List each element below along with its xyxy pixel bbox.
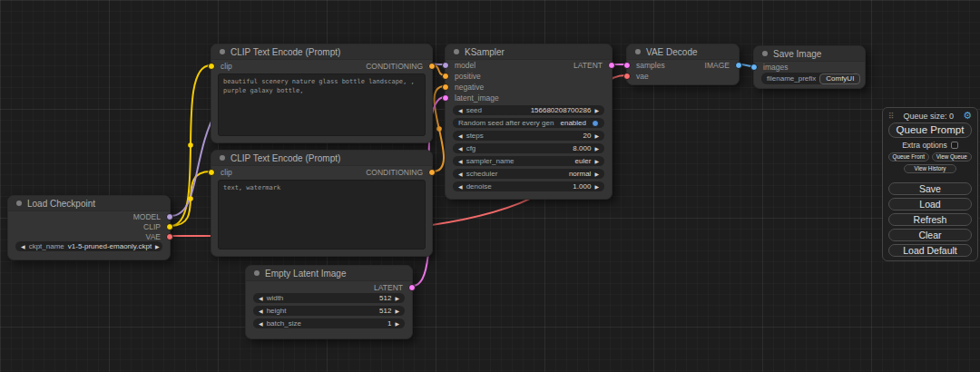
scheduler-widget[interactable]: ◀ scheduler normal ▶ [453, 169, 604, 179]
node-load-checkpoint[interactable]: Load Checkpoint MODEL CLIP VAE ◀ ckpt_na… [7, 195, 171, 260]
view-history-button[interactable]: View History [904, 164, 956, 173]
node-title-bar[interactable]: VAE Decode [627, 44, 739, 60]
toggle-on-icon[interactable] [592, 120, 599, 127]
clear-button[interactable]: Clear [888, 229, 972, 241]
queue-prompt-button[interactable]: Queue Prompt [888, 122, 972, 138]
node-title-bar[interactable]: CLIP Text Encode (Prompt) [211, 44, 432, 60]
filename-prefix-widget[interactable]: filename_prefix ComfyUI [761, 73, 858, 84]
height-widget[interactable]: ◀ height 512 ▶ [253, 306, 405, 316]
image-output-slot[interactable] [735, 62, 742, 69]
collapse-dot-icon[interactable] [16, 201, 22, 206]
collapse-dot-icon[interactable] [220, 49, 225, 54]
images-input-slot[interactable] [750, 64, 758, 71]
node-empty-latent-image[interactable]: Empty Latent Image LATENT ◀ width 512 ▶ … [245, 265, 413, 339]
collapse-dot-icon[interactable] [220, 155, 225, 161]
latent-image-input-slot[interactable] [442, 94, 449, 102]
collapse-dot-icon[interactable] [762, 51, 768, 56]
vae-input-slot[interactable] [623, 73, 631, 80]
sampler-name-widget[interactable]: ◀ sampler_name euler ▶ [453, 156, 604, 166]
widget-label: seed [466, 106, 482, 114]
model-input-slot[interactable] [442, 62, 449, 69]
clip-input-slot[interactable] [208, 169, 215, 176]
collapse-dot-icon[interactable] [254, 270, 260, 276]
node-title-bar[interactable]: Empty Latent Image [246, 266, 412, 281]
increment-arrow-icon[interactable]: ▶ [594, 146, 599, 152]
steps-widget[interactable]: ◀ steps 20 ▶ [453, 131, 604, 141]
save-button[interactable]: Save [888, 182, 972, 195]
prompt-textarea[interactable]: beautiful scenery nature glass bottle la… [218, 73, 426, 136]
decrement-arrow-icon[interactable]: ◀ [458, 171, 463, 177]
vae-input-label: vae [636, 72, 649, 81]
batch-size-widget[interactable]: ◀ batch_size 1 ▶ [253, 318, 405, 328]
node-clip-text-encode-positive[interactable]: CLIP Text Encode (Prompt) clip CONDITION… [211, 44, 433, 143]
increment-arrow-icon[interactable]: ▶ [395, 321, 399, 327]
refresh-button[interactable]: Refresh [888, 213, 972, 226]
decrement-arrow-icon[interactable]: ◀ [458, 108, 463, 113]
increment-arrow-icon[interactable]: ▶ [594, 133, 599, 139]
queue-front-button[interactable]: Queue Front [888, 152, 929, 162]
cfg-widget[interactable]: ◀ cfg 8.000 ▶ [453, 143, 604, 153]
widget-value: 1 [387, 319, 391, 328]
samples-input-slot[interactable] [623, 62, 631, 69]
model-output-slot[interactable] [166, 213, 173, 220]
extra-options-checkbox[interactable] [951, 142, 958, 149]
decrement-arrow-icon[interactable]: ◀ [259, 308, 263, 314]
decrement-arrow-icon[interactable]: ◀ [259, 296, 263, 301]
widget-label: batch_size [267, 319, 301, 328]
collapse-dot-icon[interactable] [454, 49, 459, 54]
clip-input-label: clip [220, 168, 232, 177]
negative-input-slot[interactable] [442, 83, 449, 91]
positive-input-slot[interactable] [442, 73, 449, 80]
conditioning-output-slot[interactable] [428, 63, 436, 70]
increment-arrow-icon[interactable]: ▶ [594, 159, 599, 164]
node-title-bar[interactable]: Save Image [754, 46, 865, 62]
clip-input-slot[interactable] [208, 63, 215, 70]
latent-output-slot[interactable] [408, 284, 416, 291]
node-title-bar[interactable]: Load Checkpoint [8, 196, 170, 211]
conditioning-output-slot[interactable] [428, 169, 436, 176]
decrement-arrow-icon[interactable]: ◀ [259, 321, 263, 327]
widget-value: euler [575, 157, 592, 165]
widget-label: scheduler [466, 170, 498, 178]
settings-gear-icon[interactable]: ⚙ [963, 111, 972, 121]
vae-output-slot[interactable] [166, 233, 173, 240]
increment-arrow-icon[interactable]: ▶ [594, 108, 599, 113]
load-default-button[interactable]: Load Default [888, 244, 972, 257]
node-title-bar[interactable]: KSampler [446, 44, 612, 60]
increment-arrow-icon[interactable]: ▶ [155, 244, 160, 250]
node-title: CLIP Text Encode (Prompt) [230, 47, 340, 57]
increment-arrow-icon[interactable]: ▶ [594, 184, 599, 190]
denoise-widget[interactable]: ◀ denoise 1.000 ▶ [453, 181, 604, 191]
link-midpoint-dot [188, 196, 193, 201]
random-seed-toggle-widget[interactable]: Random seed after every gen enabled [453, 118, 604, 128]
prompt-textarea[interactable]: text, watermark [218, 180, 426, 250]
node-ksampler[interactable]: KSampler model LATENT positive negative … [445, 44, 612, 200]
decrement-arrow-icon[interactable]: ◀ [458, 133, 463, 139]
node-save-image[interactable]: Save Image images filename_prefix ComfyU… [753, 45, 866, 89]
width-widget[interactable]: ◀ width 512 ▶ [253, 293, 405, 303]
clip-output-slot[interactable] [166, 223, 173, 230]
link-clip-to-positive-encoder [171, 65, 211, 226]
widget-value[interactable]: ComfyUI [819, 73, 860, 84]
node-clip-text-encode-negative[interactable]: CLIP Text Encode (Prompt) clip CONDITION… [211, 150, 433, 257]
collapse-dot-icon[interactable] [635, 49, 641, 54]
increment-arrow-icon[interactable]: ▶ [594, 171, 599, 177]
seed-widget[interactable]: ◀ seed 156680208700286 ▶ [453, 105, 604, 115]
load-button[interactable]: Load [888, 198, 972, 210]
node-title-bar[interactable]: CLIP Text Encode (Prompt) [211, 151, 432, 166]
decrement-arrow-icon[interactable]: ◀ [458, 159, 463, 164]
extra-options-label: Extra options [902, 141, 947, 150]
decrement-arrow-icon[interactable]: ◀ [458, 146, 463, 152]
increment-arrow-icon[interactable]: ▶ [395, 296, 399, 301]
decrement-arrow-icon[interactable]: ◀ [458, 184, 463, 190]
vae-output-label: VAE [146, 232, 161, 241]
widget-value: 8.000 [573, 144, 591, 152]
widget-value: normal [569, 170, 591, 178]
increment-arrow-icon[interactable]: ▶ [395, 308, 399, 314]
drag-handle-icon[interactable]: ⠿ [888, 112, 895, 121]
decrement-arrow-icon[interactable]: ◀ [21, 244, 25, 250]
latent-output-slot[interactable] [608, 62, 615, 69]
node-vae-decode[interactable]: VAE Decode samples IMAGE vae [626, 44, 740, 85]
ckpt-name-widget[interactable]: ◀ ckpt_name v1-5-pruned-emaonly.ckpt ▶ [15, 241, 162, 251]
view-queue-button[interactable]: View Queue [932, 152, 973, 162]
